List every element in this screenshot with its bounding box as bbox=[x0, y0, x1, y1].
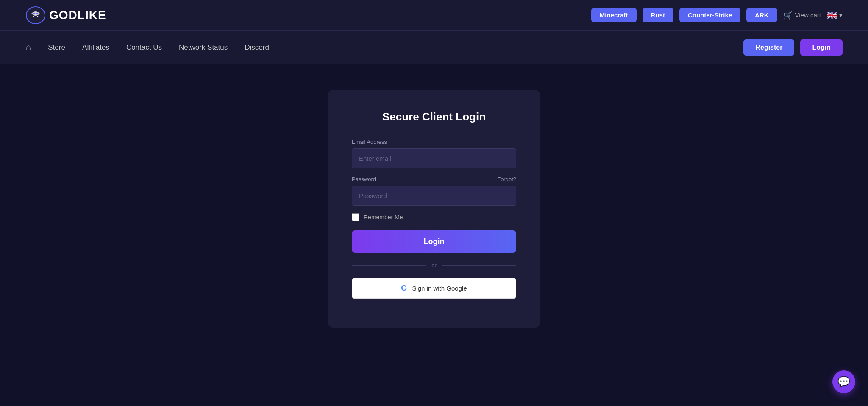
chat-bubble[interactable]: 💬 bbox=[832, 370, 855, 393]
nav-right: Register Login bbox=[743, 39, 843, 56]
google-icon: G bbox=[401, 284, 407, 293]
svg-point-1 bbox=[33, 13, 35, 14]
nav-network[interactable]: Network Status bbox=[179, 43, 228, 52]
view-cart-label: View cart bbox=[795, 11, 821, 19]
divider-line-left bbox=[352, 265, 426, 266]
flag-icon: 🇬🇧 bbox=[827, 10, 837, 20]
ark-button[interactable]: ARK bbox=[746, 8, 777, 22]
email-label: Email Address bbox=[352, 139, 516, 145]
password-label: Password bbox=[352, 176, 376, 182]
google-signin-button[interactable]: G Sign in with Google bbox=[352, 278, 516, 299]
register-button[interactable]: Register bbox=[743, 39, 794, 56]
svg-point-2 bbox=[36, 13, 38, 14]
nav-contact[interactable]: Contact Us bbox=[126, 43, 162, 52]
remember-checkbox[interactable] bbox=[352, 213, 359, 221]
password-input[interactable] bbox=[352, 186, 516, 206]
remember-row: Remember Me bbox=[352, 213, 516, 221]
view-cart[interactable]: 🛒 View cart bbox=[783, 11, 821, 20]
cart-icon: 🛒 bbox=[783, 11, 793, 20]
counterstrike-button[interactable]: Counter-Strike bbox=[679, 8, 740, 22]
logo[interactable]: GODLIKE bbox=[25, 5, 106, 25]
login-nav-button[interactable]: Login bbox=[800, 39, 843, 56]
password-row: Password Forgot? bbox=[352, 176, 516, 182]
main-content: Secure Client Login Email Address Passwo… bbox=[0, 64, 868, 404]
login-button[interactable]: Login bbox=[352, 230, 516, 253]
top-bar-right: Minecraft Rust Counter-Strike ARK 🛒 View… bbox=[591, 8, 843, 22]
divider-line-right bbox=[442, 265, 516, 266]
nav-affiliates[interactable]: Affiliates bbox=[82, 43, 109, 52]
nav-store[interactable]: Store bbox=[48, 43, 65, 52]
forgot-link[interactable]: Forgot? bbox=[497, 176, 516, 182]
nav-discord[interactable]: Discord bbox=[245, 43, 269, 52]
divider: or bbox=[352, 262, 516, 269]
email-input[interactable] bbox=[352, 148, 516, 168]
google-label: Sign in with Google bbox=[412, 285, 467, 292]
home-icon[interactable]: ⌂ bbox=[25, 42, 31, 53]
divider-text: or bbox=[431, 262, 437, 269]
logo-icon bbox=[25, 5, 46, 25]
chat-icon: 💬 bbox=[837, 376, 850, 388]
login-card: Secure Client Login Email Address Passwo… bbox=[328, 90, 540, 328]
card-title: Secure Client Login bbox=[352, 110, 516, 123]
nav-bar: ⌂ Store Affiliates Contact Us Network St… bbox=[0, 31, 868, 64]
language-selector[interactable]: 🇬🇧 ▾ bbox=[827, 10, 843, 20]
rust-button[interactable]: Rust bbox=[643, 8, 673, 22]
top-bar: GODLIKE Minecraft Rust Counter-Strike AR… bbox=[0, 0, 868, 31]
remember-label: Remember Me bbox=[364, 214, 403, 221]
dropdown-chevron: ▾ bbox=[839, 11, 843, 19]
minecraft-button[interactable]: Minecraft bbox=[591, 8, 637, 22]
logo-text: GODLIKE bbox=[49, 8, 106, 22]
